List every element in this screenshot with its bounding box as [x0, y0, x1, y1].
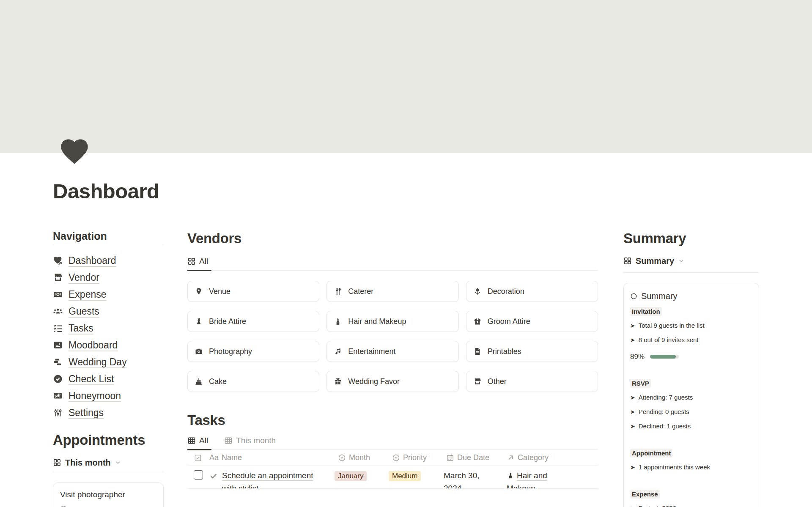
row-checkbox[interactable]	[194, 470, 203, 480]
vendors-heading: Vendors	[187, 230, 598, 247]
vendor-card-groom-attire[interactable]: Groom Attire	[466, 311, 598, 332]
summary-section-appointment: Appointment➤1 appointments this week	[630, 446, 752, 474]
vendor-card-label: Photography	[209, 347, 252, 356]
sidebar-item-expense[interactable]: Expense	[53, 286, 164, 303]
sidebar-item-honeymoon[interactable]: Honeymoon	[53, 387, 164, 404]
column-header-priority[interactable]: Priority	[389, 453, 443, 462]
progress-percent-label: 89%	[630, 353, 645, 361]
select-all-checkbox-header[interactable]	[192, 454, 208, 462]
sidebar-item-label: Guests	[69, 306, 99, 317]
vendor-card-label: Printables	[488, 347, 521, 356]
tasks-tab-this-month[interactable]: This month	[224, 433, 281, 449]
summary-view-select[interactable]: Summary	[623, 253, 759, 269]
invitation-progress: 89%	[630, 350, 752, 364]
lipstick-icon	[334, 317, 342, 326]
tab-label: All	[199, 257, 208, 266]
sidebar-item-label: Vendor	[69, 272, 99, 283]
tasks-tab-all[interactable]: All	[187, 433, 213, 449]
divider	[53, 473, 164, 473]
vendors-tab-all[interactable]: All	[187, 254, 213, 270]
sidebar-item-tasks[interactable]: Tasks	[53, 320, 164, 337]
image-icon	[53, 340, 63, 350]
column-header-name[interactable]: Aa Name	[208, 453, 335, 462]
tab-label: This month	[236, 436, 276, 445]
summary-section-label: Invitation	[630, 307, 662, 316]
month-tag[interactable]: January	[335, 471, 367, 481]
vendor-card-printables[interactable]: Printables	[466, 341, 598, 362]
column-header-category[interactable]: Category	[503, 453, 567, 462]
vendor-card-photography[interactable]: Photography	[187, 341, 319, 362]
vendor-card-label: Cake	[209, 377, 227, 386]
appointment-card[interactable]: Visit photographer	[53, 482, 164, 507]
vendor-card-hair-and-makeup[interactable]: Hair and Makeup	[326, 311, 458, 332]
storefront-icon	[53, 272, 63, 282]
sidebar-item-wedding-day[interactable]: Wedding Day	[53, 354, 164, 370]
sidebar-item-moodboard[interactable]: Moodboard	[53, 337, 164, 354]
vendor-card-cake[interactable]: Cake	[187, 371, 319, 392]
vendor-card-wedding-favor[interactable]: Wedding Favor	[326, 371, 458, 392]
grid-view-icon	[53, 458, 61, 467]
navigation-heading: Navigation	[53, 230, 164, 242]
vendor-card-entertainment[interactable]: Entertainment	[326, 341, 458, 362]
checklist-icon	[53, 323, 63, 333]
grid-view-icon	[623, 257, 632, 265]
vendor-card-label: Hair and Makeup	[348, 317, 406, 326]
summary-card[interactable]: Summary Invitation➤Total 9 guests in the…	[623, 283, 759, 507]
due-date-cell[interactable]: March 30, 2024	[443, 466, 490, 489]
summary-section-expense: Expense➤Budget: $350	[630, 487, 752, 507]
sidebar-item-settings[interactable]: Settings	[53, 404, 164, 421]
table-icon	[187, 436, 196, 445]
suit-icon	[473, 317, 482, 326]
column-label: Month	[349, 453, 370, 462]
table-icon	[224, 436, 233, 445]
tasks-tabbar: AllThis month	[187, 433, 598, 450]
chevron-down-icon	[678, 258, 684, 264]
vendor-card-label: Other	[488, 377, 507, 386]
vendor-card-decoration[interactable]: Decoration	[466, 281, 598, 302]
main-content: Vendors All VenueCatererDecorationBride …	[187, 230, 598, 489]
page-title: Dashboard	[53, 179, 159, 203]
sidebar-item-label: Settings	[69, 407, 104, 419]
music-note-icon	[334, 347, 342, 356]
sidebar-item-guests[interactable]: Guests	[53, 303, 164, 320]
vendor-card-label: Venue	[209, 287, 230, 296]
column-header-month[interactable]: Month	[335, 453, 389, 462]
steps-icon	[53, 357, 63, 367]
sidebar-item-dashboard[interactable]: Dashboard	[53, 252, 164, 269]
sidebar-item-vendor[interactable]: Vendor	[53, 269, 164, 286]
summary-bullet: ➤Attending: 7 guests	[630, 390, 752, 405]
divider	[623, 272, 759, 273]
task-name-link[interactable]: Schedule an appointment with stylist	[222, 469, 326, 489]
relation-arrow-icon	[507, 454, 515, 462]
sidebar-item-label: Expense	[69, 289, 107, 300]
tab-label: All	[199, 436, 208, 445]
heart-icon[interactable]	[58, 135, 91, 167]
summary-bullet: ➤Total 9 guests in the list	[630, 318, 752, 333]
vendor-card-label: Wedding Favor	[348, 377, 400, 386]
vendor-card-label: Decoration	[488, 287, 524, 296]
vendor-card-venue[interactable]: Venue	[187, 281, 319, 302]
vendor-card-other[interactable]: Other	[466, 371, 598, 392]
appointments-view-label: This month	[65, 458, 111, 468]
select-property-icon	[392, 454, 400, 462]
category-cell[interactable]: Hair and Makeup	[503, 466, 567, 489]
sidebar-item-label: Wedding Day	[69, 356, 127, 368]
check-circle-icon	[53, 374, 63, 384]
summary-section-label: Appointment	[630, 449, 672, 458]
cake-icon	[195, 377, 203, 386]
vendor-card-caterer[interactable]: Caterer	[326, 281, 458, 302]
priority-tag[interactable]: Medium	[389, 471, 421, 481]
column-label: Due Date	[457, 453, 489, 462]
page-cover	[0, 0, 812, 153]
vendor-card-label: Entertainment	[348, 347, 395, 356]
sidebar-item-label: Check List	[69, 373, 114, 385]
grid-view-icon	[187, 257, 196, 266]
circle-icon	[630, 293, 637, 300]
tune-icon	[53, 408, 63, 418]
sidebar-item-check-list[interactable]: Check List	[53, 370, 164, 387]
column-header-due-date[interactable]: Due Date	[443, 453, 503, 462]
appointments-view-select[interactable]: This month	[53, 455, 164, 470]
vendor-card-bride-attire[interactable]: Bride Attire	[187, 311, 319, 332]
banknote-icon	[53, 289, 63, 299]
storefront-icon	[473, 377, 482, 386]
